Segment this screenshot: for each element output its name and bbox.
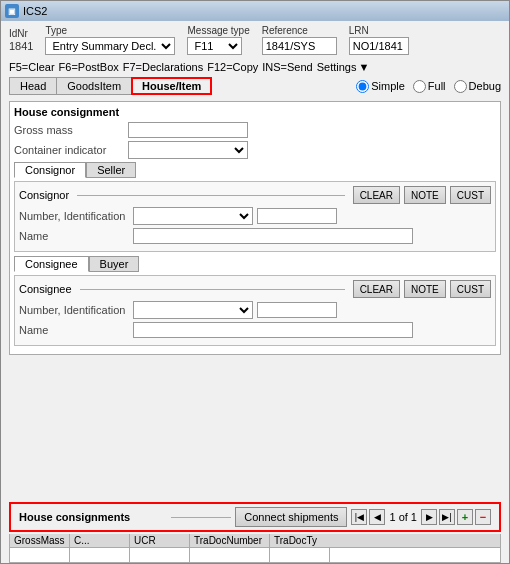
grid-col-tradocnumber: TraDocNumber [190,534,270,547]
toolbar-f12[interactable]: F12=Copy [207,61,258,73]
lrn-input[interactable] [349,37,409,55]
subtab-buyer[interactable]: Buyer [89,256,140,272]
consignor-note-button[interactable]: NOTE [404,186,446,204]
toolbar: F5=Clear F6=PostBox F7=Declarations F12=… [1,59,509,75]
window-title: ICS2 [23,5,47,17]
radio-simple[interactable]: Simple [356,80,405,93]
view-radio-group: Simple Full Debug [356,80,501,93]
nav-next-button[interactable]: ▶ [421,509,437,525]
grid-data-row[interactable] [9,548,501,563]
nav-last-button[interactable]: ▶| [439,509,455,525]
consignee-subsection: Consignee CLEAR NOTE CUST Number, Identi… [14,275,496,346]
consignor-name-row: Name [19,228,491,244]
toolbar-f6[interactable]: F6=PostBox [59,61,119,73]
consignor-divider [77,195,344,196]
grid-cell-c [70,548,130,562]
radio-full-label: Full [428,80,446,92]
form-area: IdNr 1841 Type Entry Summary Decl. Messa… [1,21,509,563]
subtab-consignee[interactable]: Consignee [14,256,89,272]
type-label: Type [45,25,175,36]
container-indicator-select[interactable] [128,141,248,159]
consignor-number-row: Number, Identification [19,207,491,225]
subtab-consignor[interactable]: Consignor [14,162,86,178]
subtab-seller[interactable]: Seller [86,162,136,178]
nav-first-button[interactable]: |◀ [351,509,367,525]
connect-shipments-button[interactable]: Connect shipments [235,507,347,527]
radio-simple-input[interactable] [356,80,369,93]
consignor-section-title: Consignor [19,189,69,201]
consignor-header: Consignor CLEAR NOTE CUST [19,186,491,204]
radio-debug-input[interactable] [454,80,467,93]
app-icon: ▣ [5,4,19,18]
consignee-name-row: Name [19,322,491,338]
consignee-name-input[interactable] [133,322,413,338]
type-group: Type Entry Summary Decl. [45,25,175,55]
gross-mass-label: Gross mass [14,124,124,136]
house-consignments-label: House consignments [19,511,167,523]
grid-cell-tradocty [270,548,330,562]
toolbar-ins[interactable]: INS=Send [262,61,312,73]
consignor-number-label: Number, Identification [19,210,129,222]
container-indicator-row: Container indicator [14,141,496,159]
msgtype-label: Message type [187,25,249,36]
house-consignments-divider [171,517,231,518]
grid-cell-ucr [130,548,190,562]
idnr-group: IdNr 1841 [9,28,33,52]
reference-label: Reference [262,25,337,36]
main-window: ▣ ICS2 IdNr 1841 Type Entry Summary Decl… [0,0,510,564]
consignor-number-select[interactable] [133,207,253,225]
title-bar: ▣ ICS2 [1,1,509,21]
grid-cell-tradocnumber [190,548,270,562]
tabs-row: Head GoodsItem House/Item Simple Full De… [1,75,509,97]
tab-goodsitem[interactable]: GoodsItem [56,77,132,95]
consignee-number-select[interactable] [133,301,253,319]
gross-mass-input[interactable] [128,122,248,138]
type-select[interactable]: Entry Summary Decl. [45,37,175,55]
consignee-section-title: Consignee [19,283,72,295]
grid-col-ucr: UCR [130,534,190,547]
page-info: 1 of 1 [389,511,417,523]
reference-group: Reference [262,25,337,55]
radio-full[interactable]: Full [413,80,446,93]
nav-controls: |◀ ◀ 1 of 1 ▶ ▶| + − [351,509,491,525]
consignor-number-input[interactable] [257,208,337,224]
toolbar-f5[interactable]: F5=Clear [9,61,55,73]
consignee-clear-button[interactable]: CLEAR [353,280,400,298]
consignee-header: Consignee CLEAR NOTE CUST [19,280,491,298]
reference-input[interactable] [262,37,337,55]
radio-simple-label: Simple [371,80,405,92]
tab-head[interactable]: Head [9,77,57,95]
remove-button[interactable]: − [475,509,491,525]
consignee-subtabs: Consignee Buyer [14,256,496,272]
grid-col-c: C... [70,534,130,547]
nav-prev-button[interactable]: ◀ [369,509,385,525]
radio-debug[interactable]: Debug [454,80,501,93]
lrn-label: LRN [349,25,409,36]
container-indicator-label: Container indicator [14,144,124,156]
consignee-divider [80,289,345,290]
tab-houseitem[interactable]: House/Item [131,77,212,95]
gross-mass-row: Gross mass [14,122,496,138]
settings-chevron-icon[interactable]: ▼ [358,61,369,73]
toolbar-f7[interactable]: F7=Declarations [123,61,203,73]
consignor-name-input[interactable] [133,228,413,244]
consignee-number-row: Number, Identification [19,301,491,319]
consignee-note-button[interactable]: NOTE [404,280,446,298]
consignor-cust-button[interactable]: CUST [450,186,491,204]
add-button[interactable]: + [457,509,473,525]
consignee-name-label: Name [19,324,129,336]
consignee-number-label: Number, Identification [19,304,129,316]
header-row: IdNr 1841 Type Entry Summary Decl. Messa… [1,21,509,59]
grid-header: GrossMass C... UCR TraDocNumber TraDocTy [9,534,501,548]
house-consignment-section: House consignment Gross mass Container i… [9,101,501,355]
consignee-number-input[interactable] [257,302,337,318]
radio-full-input[interactable] [413,80,426,93]
consignee-cust-button[interactable]: CUST [450,280,491,298]
house-consignment-title: House consignment [14,106,496,118]
grid-cell-grossmass [10,548,70,562]
idnr-label: IdNr [9,28,33,39]
msgtype-select[interactable]: F11 [187,37,242,55]
toolbar-settings[interactable]: Settings [317,61,357,73]
consignor-clear-button[interactable]: CLEAR [353,186,400,204]
consignor-subtabs: Consignor Seller [14,162,496,178]
